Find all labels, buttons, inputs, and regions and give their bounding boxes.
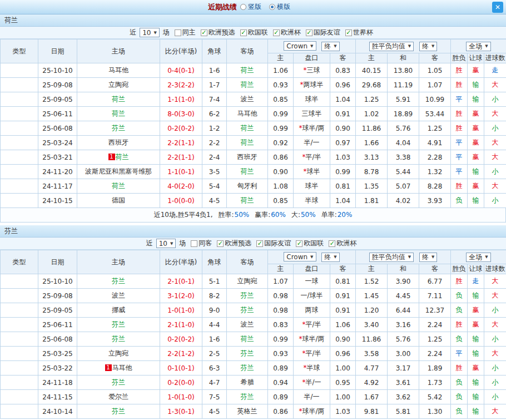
away-team-cell: 芬兰 — [227, 303, 268, 318]
match-date: 24-11-15 — [38, 390, 77, 404]
subcol-goals: 进球数 — [484, 264, 506, 274]
score-cell: 2-3(2-2) — [160, 78, 202, 92]
odds-home-cell: 1.07 — [268, 274, 294, 289]
chevron-down-icon: ▼ — [153, 31, 156, 35]
chevron-down-icon: ▼ — [431, 255, 434, 259]
avg-draw-cell: 3.16 — [388, 318, 419, 332]
match-row: 欧洲预选25-10-10芬兰2-1(0-1)5-1立陶宛1.07一球0.811.… — [1, 274, 506, 289]
result-goals-cell: 走 — [484, 63, 506, 78]
match-row: 欧洲预选25-09-08立陶宛2-3(2-2)1-7荷兰0.93*两球半0.96… — [1, 78, 506, 92]
match-row: 欧洲预选25-06-08芬兰0-2(0-2)1-6荷兰0.99*球半/两0.90… — [1, 332, 506, 347]
avg-away-cell: 2.24 — [419, 347, 451, 361]
wdl-avg-select[interactable]: 胜平负均值 ▼ — [369, 42, 414, 51]
score-cell: 2-2(1-1) — [160, 136, 202, 150]
handicap-cell: *平/半 — [294, 150, 330, 165]
checkbox-checked-icon[interactable]: ✓ — [240, 29, 247, 36]
checkbox-checked-icon[interactable]: ✓ — [329, 240, 335, 247]
filter-checkbox-4[interactable]: ✓欧洲杯 — [329, 239, 356, 248]
rank-badge: 1 — [105, 364, 112, 371]
corner-cell: 1-7 — [202, 78, 227, 92]
checkbox-checked-icon[interactable]: ✓ — [273, 29, 280, 36]
home-team-name: 荷兰 — [112, 182, 125, 190]
handicap-cell: *平/半 — [294, 318, 330, 332]
odds-away-cell: 0.95 — [330, 375, 356, 390]
avg-away-cell: 1.05 — [419, 63, 451, 78]
wdl-stage-select[interactable]: 终 ▼ — [419, 42, 437, 51]
checkbox-checked-icon[interactable]: ✓ — [201, 29, 207, 36]
away-team-name: 英格兰 — [237, 407, 257, 415]
filter-checkbox-2[interactable]: ✓国际友谊 — [256, 239, 291, 248]
wdl-avg-select[interactable]: 胜平负均值 ▼ — [369, 253, 414, 262]
checkbox-label: 同主 — [182, 28, 196, 37]
odds-home-cell: 0.89 — [268, 361, 294, 375]
avg-away-cell: 4.91 — [419, 136, 451, 150]
checkbox-label: 欧洲预选 — [209, 28, 235, 37]
away-team-name: 荷兰 — [241, 196, 254, 204]
result-wdl-cell: 平 — [451, 92, 468, 107]
away-team-cell: 荷兰 — [227, 121, 268, 136]
handicap-star: * — [302, 153, 305, 161]
result-goals-cell: 小 — [484, 92, 506, 107]
match-row: 欧洲预选25-06-11荷兰8-0(3-0)6-2马耳他0.99三球半0.911… — [1, 107, 506, 121]
filter-checkbox-0[interactable]: 同客 — [191, 239, 212, 248]
home-team-cell: 荷兰 — [77, 92, 160, 107]
filter-checkbox-4[interactable]: ✓国际友谊 — [306, 28, 340, 37]
odds-source-select[interactable]: Crown ▼ — [284, 252, 316, 261]
recent-count-select[interactable]: 10 ▼ — [156, 239, 176, 248]
filter-checkbox-5[interactable]: ✓世界杯 — [345, 28, 373, 37]
filter-checkbox-3[interactable]: ✓欧国联 — [296, 239, 324, 248]
checkbox-checked-icon[interactable]: ✓ — [296, 240, 302, 247]
odds-home-cell: 0.85 — [268, 92, 294, 107]
col-corner: 角球 — [202, 39, 227, 63]
away-team-cell: 荷兰 — [227, 136, 268, 150]
result-wdl-cell: 胜 — [451, 121, 468, 136]
odds-home-cell: 0.98 — [268, 303, 294, 318]
avg-draw-cell: 6.44 — [388, 303, 419, 318]
subcol-handicap: 盘口 — [294, 264, 330, 274]
wdl-avg-value: 胜平负均值 — [372, 42, 405, 51]
filter-checkbox-2[interactable]: ✓欧国联 — [240, 28, 268, 37]
checkbox-checked-icon[interactable]: ✓ — [306, 29, 312, 36]
filter-checkbox-1[interactable]: ✓欧洲预选 — [201, 28, 235, 37]
odds-stage-select[interactable]: 终 ▼ — [321, 253, 339, 262]
close-button[interactable]: ✕ — [492, 2, 503, 13]
avg-home-cell: 8.78 — [356, 165, 388, 179]
away-team-cell: 马耳他 — [227, 107, 268, 121]
handicap-cell: 三球半 — [294, 107, 330, 121]
result-goals-cell: 大 — [484, 289, 506, 303]
handicap-star: * — [302, 320, 305, 328]
filter-checkbox-0[interactable]: 同主 — [175, 28, 196, 37]
competition-type: 欧洲预选 — [1, 121, 38, 136]
filter-checkbox-1[interactable]: ✓欧洲预选 — [217, 239, 251, 248]
handicap-cell: 半/一 — [294, 136, 330, 150]
checkbox-unchecked-icon[interactable] — [191, 240, 197, 247]
layout-radio-horizontal[interactable]: 横版 — [269, 2, 290, 12]
odds-stage-select[interactable]: 终 ▼ — [321, 42, 339, 51]
checkbox-checked-icon[interactable]: ✓ — [217, 240, 224, 247]
odds-home-cell: 0.99 — [268, 332, 294, 347]
scope-select[interactable]: 全场 ▼ — [466, 253, 490, 262]
recent-count-select[interactable]: 10 ▼ — [140, 28, 160, 37]
result-wdl-cell: 负 — [451, 303, 468, 318]
home-team-name: 芬兰 — [112, 407, 125, 415]
checkbox-unchecked-icon[interactable] — [175, 29, 181, 36]
wdl-stage-select[interactable]: 终 ▼ — [419, 253, 437, 262]
odds-home-cell: 1.06 — [268, 63, 294, 78]
team-header-bar: 荷兰 — [0, 14, 506, 27]
away-team-name: 荷兰 — [241, 124, 254, 132]
checkbox-checked-icon[interactable]: ✓ — [345, 29, 352, 36]
result-wdl-cell: 平 — [451, 150, 468, 165]
result-handicap-cell: 输 — [468, 78, 484, 92]
odds-source-select[interactable]: Crown ▼ — [284, 41, 316, 51]
handicap-cell: 球半 — [294, 92, 330, 107]
result-goals-cell: 大 — [484, 78, 506, 92]
scope-select[interactable]: 全场 ▼ — [466, 42, 490, 51]
corner-cell: 8-2 — [202, 289, 227, 303]
layout-radio-vertical[interactable]: 竖版 — [240, 2, 261, 12]
radio-checked-icon[interactable] — [269, 4, 275, 10]
result-goals-cell: 小 — [484, 361, 506, 375]
checkbox-checked-icon[interactable]: ✓ — [256, 240, 263, 247]
avg-home-cell: 11.86 — [356, 121, 388, 136]
radio-icon[interactable] — [240, 4, 246, 10]
filter-checkbox-3[interactable]: ✓欧洲杯 — [273, 28, 301, 37]
